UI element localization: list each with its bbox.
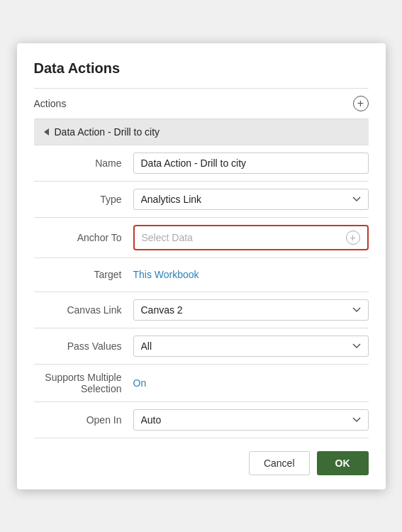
actions-section-header: Actions +: [34, 88, 369, 118]
name-label: Name: [34, 157, 133, 169]
anchor-to-label: Anchor To: [34, 232, 133, 243]
pass-values-value-container: All None Selected: [133, 336, 369, 357]
ok-button[interactable]: OK: [317, 451, 369, 475]
type-row: Type Analytics Link URL Link Filter: [34, 182, 369, 218]
anchor-to-value-container: Select Data +: [133, 225, 369, 250]
actions-section-label: Actions: [34, 98, 67, 109]
anchor-to-box[interactable]: Select Data +: [133, 225, 369, 250]
supports-multiple-row: Supports Multiple Selection On: [34, 365, 369, 402]
name-input[interactable]: [133, 153, 369, 174]
target-label: Target: [34, 269, 133, 280]
action-item[interactable]: Data Action - Drill to city: [34, 118, 369, 145]
supports-multiple-label: Supports Multiple Selection: [34, 372, 133, 394]
target-value-container: This Workbook: [133, 268, 369, 281]
anchor-to-row: Anchor To Select Data +: [34, 218, 369, 258]
action-item-label: Data Action - Drill to city: [55, 126, 160, 138]
canvas-link-label: Canvas Link: [34, 304, 133, 316]
form-fields: Name Type Analytics Link URL Link Filter…: [34, 145, 369, 438]
canvas-link-row: Canvas Link Canvas 1 Canvas 2 Canvas 3: [34, 292, 369, 328]
dialog-footer: Cancel OK: [34, 438, 369, 475]
name-value-container: [133, 153, 369, 174]
expand-icon: [44, 128, 49, 135]
target-link[interactable]: This Workbook: [133, 269, 199, 280]
canvas-link-select[interactable]: Canvas 1 Canvas 2 Canvas 3: [133, 299, 369, 321]
open-in-label: Open In: [34, 414, 133, 426]
pass-values-row: Pass Values All None Selected: [34, 328, 369, 365]
pass-values-select[interactable]: All None Selected: [133, 336, 369, 357]
supports-multiple-value-container: On: [133, 377, 369, 389]
target-row: Target This Workbook: [34, 258, 369, 292]
open-in-value-container: Auto New Tab Current Tab: [133, 409, 369, 431]
supports-multiple-toggle[interactable]: On: [133, 377, 147, 389]
anchor-placeholder: Select Data: [142, 232, 193, 243]
anchor-add-icon[interactable]: +: [346, 231, 360, 245]
type-select[interactable]: Analytics Link URL Link Filter: [133, 189, 369, 210]
name-row: Name: [34, 145, 369, 182]
pass-values-label: Pass Values: [34, 340, 133, 352]
dialog-title: Data Actions: [34, 60, 369, 77]
type-value-container: Analytics Link URL Link Filter: [133, 189, 369, 210]
cancel-button[interactable]: Cancel: [249, 451, 310, 475]
canvas-link-value-container: Canvas 1 Canvas 2 Canvas 3: [133, 299, 369, 321]
type-label: Type: [34, 194, 133, 205]
data-actions-dialog: Data Actions Actions + Data Action - Dri…: [17, 43, 386, 489]
open-in-row: Open In Auto New Tab Current Tab: [34, 402, 369, 438]
open-in-select[interactable]: Auto New Tab Current Tab: [133, 409, 369, 431]
add-action-button[interactable]: +: [353, 96, 369, 111]
